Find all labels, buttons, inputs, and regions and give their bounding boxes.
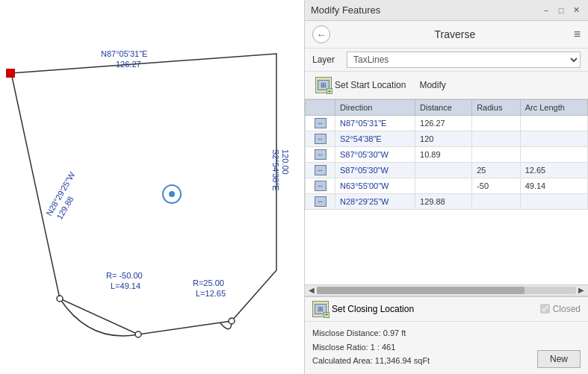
back-button[interactable]: ← [312,25,330,43]
table-row[interactable]: ↔N87°05'31"E126.27 [306,116,588,131]
table-row[interactable]: ↔S87°05'30"W10.89 [306,147,588,163]
row-icon-cell: ↔ [306,194,335,210]
cell-radius [472,131,520,147]
label-arclength-2: L=12.65 [196,289,226,298]
arc-endpoint-1 [57,296,63,302]
misclose-ratio-value: 1 : 461 [371,343,396,352]
set-start-location-button[interactable]: ⊞ + Set Start Location [312,75,409,95]
canvas-area: N87°05'31"E 126.27 N28°29'25"W 129.88 S2… [0,0,304,374]
cell-direction: S87°05'30"W [335,163,415,178]
misclose-distance-row: Misclose Distance: 0.97 ft [312,326,530,340]
panel-header: ← Traverse ≡ [305,21,588,49]
misclose-ratio-row: Misclose Ratio: 1 : 461 [312,340,530,355]
cell-distance: 126.27 [415,116,472,131]
cell-distance: 129.88 [415,194,472,210]
calculated-area-row: Calculated Area: 11,346.94 sqFt [312,354,530,368]
cell-distance [415,178,472,194]
col-header-direction-label: Direction [335,100,415,116]
label-distance-2: 120.00 [281,149,290,175]
col-header-arc-length: Arc Length [520,100,587,116]
menu-icon[interactable]: ≡ [574,28,581,41]
label-radius-1: R= -50.00 [106,271,143,280]
cell-direction: S87°05'30"W [335,147,415,163]
modify-features-panel: Modify Features − □ ✕ ← Traverse ≡ Layer… [304,0,588,374]
cell-direction: N63°55'00"W [335,178,415,194]
cell-radius [472,116,520,131]
cell-arc-length [520,194,587,210]
h-scrollbar-thumb [317,287,524,294]
misclose-ratio-label: Misclose Ratio: [312,343,368,352]
table-row[interactable]: ↔N28°29'25"W129.88 [306,194,588,210]
cell-radius: -50 [472,178,520,194]
modify-label: Modify [419,80,445,90]
status-lines: Misclose Distance: 0.97 ft Misclose Rati… [312,326,530,368]
scroll-left-arrow[interactable]: ◀ [306,286,317,294]
col-header-radius: Radius [472,100,520,116]
row-icon-cell: ↔ [306,178,335,194]
cell-arc-length [520,131,587,147]
toolbar-row: ⊞ + Set Start Location Modify [305,72,588,99]
arc-endpoint-3 [229,318,235,324]
table-row[interactable]: ↔S2°54'38"E120 [306,131,588,147]
label-radius-2: R=25.00 [193,278,224,287]
cell-radius [472,194,520,210]
data-table: Direction Distance Radius Arc Length ↔N8… [305,99,588,284]
cell-arc-length [520,116,587,131]
cell-direction: N28°29'25"W [335,194,415,210]
drawing-canvas: N87°05'31"E 126.27 N28°29'25"W 129.88 S2… [0,0,304,374]
closing-location-label: Set Closing Location [332,304,414,314]
cell-radius [472,147,520,163]
col-header-distance: Distance [415,100,472,116]
titlebar-controls: − □ ✕ [540,4,582,16]
cell-direction: N87°05'31"E [335,116,415,131]
restore-button[interactable]: □ [555,4,567,16]
start-location-label: Set Start Location [335,80,406,90]
row-icon-cell: ↔ [306,116,335,131]
start-point [6,69,15,78]
panel-title: Modify Features [311,4,380,16]
label-arclength-1: L=49.14 [111,281,140,290]
col-header-direction [306,100,335,116]
status-area: Misclose Distance: 0.97 ft Misclose Rati… [305,321,588,374]
cell-distance: 10.89 [415,147,472,163]
close-button[interactable]: ✕ [570,4,582,16]
layer-select[interactable]: TaxLines [347,52,581,68]
table-row[interactable]: ↔N63°55'00"W-5049.14 [306,178,588,194]
minimize-button[interactable]: − [540,4,552,16]
traverse-title: Traverse [336,28,574,40]
layer-row: Layer TaxLines [305,49,588,72]
row-icon-cell: ↔ [306,147,335,163]
cell-radius: 25 [472,163,520,178]
label-distance-1: 126.27 [116,60,141,69]
new-button[interactable]: New [537,350,581,368]
panel-titlebar: Modify Features − □ ✕ [305,0,588,21]
calculated-area-value: 11,346.94 sqFt [375,356,430,365]
misclose-distance-label: Misclose Distance: [312,328,381,337]
arc-endpoint-2 [135,331,141,337]
scroll-right-arrow[interactable]: ▶ [576,286,587,294]
label-direction-1: N87°05'31"E [101,49,147,58]
table-header-row: Direction Distance Radius Arc Length [306,100,588,116]
center-dot [169,191,175,197]
h-scrollbar-row: ◀ ▶ [305,284,588,296]
calculated-area-label: Calculated Area: [312,356,373,365]
row-icon-cell: ↔ [306,131,335,147]
layer-label: Layer [312,54,342,65]
cell-arc-length: 49.14 [520,178,587,194]
label-direction-2: S2°54'38"E [271,149,280,191]
h-scrollbar[interactable] [317,287,576,294]
row-icon-cell: ↔ [306,163,335,178]
bottom-toolbar: ⊞ + Set Closing Location Closed [305,296,588,321]
modify-button[interactable]: Modify [416,78,448,92]
closed-label: Closed [553,304,581,314]
cell-arc-length: 12.65 [520,163,587,178]
cell-arc-length [520,147,587,163]
closed-checkbox-group: Closed [540,304,581,314]
cell-direction: S2°54'38"E [335,131,415,147]
traverse-outline [11,54,276,334]
closed-checkbox[interactable] [540,304,550,314]
misclose-distance-value: 0.97 ft [383,328,406,337]
cell-distance: 120 [415,131,472,147]
table-row[interactable]: ↔S87°05'30"W2512.65 [306,163,588,178]
cell-distance [415,163,472,178]
